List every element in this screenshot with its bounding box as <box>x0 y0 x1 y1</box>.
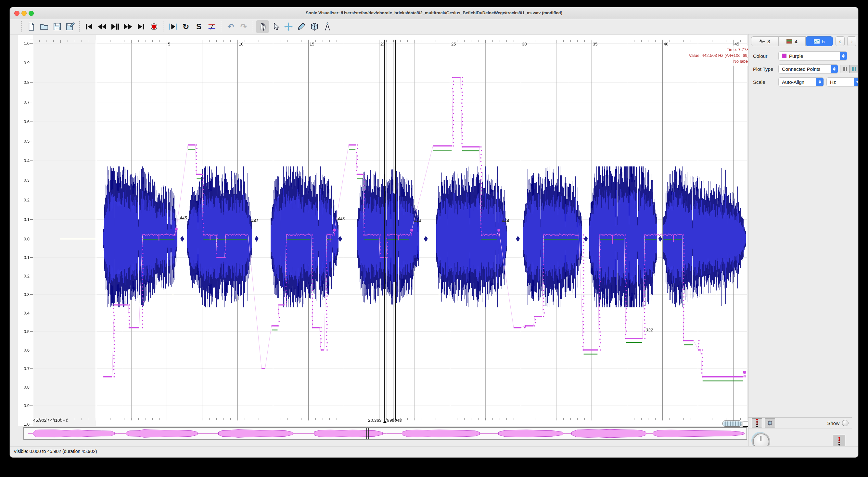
stepper-icon <box>831 65 838 73</box>
fast-forward-button[interactable] <box>122 20 134 33</box>
erase-tool-button[interactable] <box>308 20 321 33</box>
show-toggle[interactable] <box>842 420 848 426</box>
segment-division-button[interactable] <box>840 65 849 73</box>
level-dots-icon <box>756 419 758 427</box>
save-as-icon <box>66 22 75 31</box>
overview-panner-canvas[interactable] <box>23 427 747 440</box>
pane-tab-4[interactable]: 4 <box>778 36 806 46</box>
scale-row: Scale Auto-Align Hz <box>753 77 858 86</box>
unit-select[interactable]: Hz <box>827 77 858 86</box>
playback-settings-button[interactable] <box>765 418 775 428</box>
pencil-icon <box>297 22 306 31</box>
zoom-thumbwheel[interactable] <box>722 420 742 427</box>
play-pause-icon <box>111 22 120 31</box>
scale-select[interactable]: Auto-Align <box>778 77 824 86</box>
scale-value: Auto-Align <box>782 79 804 85</box>
solo-button[interactable]: S <box>192 20 205 33</box>
status-text: Visible: 0.000 to 45.902 (duration 45.90… <box>13 449 97 454</box>
next-pane-button[interactable]: › <box>847 36 856 46</box>
playback-level-button[interactable] <box>833 435 845 448</box>
toolbar-separator <box>253 21 253 32</box>
rewind-icon <box>97 22 106 31</box>
play-pause-button[interactable] <box>108 20 122 33</box>
align-icon <box>207 22 216 31</box>
tooltip-label: No label <box>676 59 749 64</box>
playback-time: 20.363 <box>368 418 381 423</box>
colour-value: Purple <box>789 53 803 59</box>
loop-button[interactable]: ↻ <box>179 20 192 33</box>
redo-icon: ↷ <box>240 23 247 31</box>
colour-row: Colour Purple <box>753 51 847 60</box>
level-dots-icon <box>838 437 840 446</box>
tooltip-value: Value: 442.503 Hz (A4+10c, 69) <box>676 53 749 59</box>
duration-samplerate-readout: 45.902 / 44100Hz <box>33 418 68 423</box>
play-selection-button[interactable] <box>166 20 179 33</box>
layer-property-panel: 3 4 5 ‹ › Colour Purple Plot Type <box>748 34 858 446</box>
rewind-start-button[interactable] <box>83 20 95 33</box>
compass-icon <box>323 22 332 31</box>
spectrogram-thumb-icon <box>786 39 792 43</box>
playback-controls-box: Show <box>748 417 852 429</box>
loop-icon: ↻ <box>183 23 189 31</box>
colour-select[interactable]: Purple <box>778 51 847 60</box>
save-as-button[interactable] <box>64 20 77 33</box>
tooltip-time: Time: 7.778 <box>676 47 749 53</box>
toolbar-separator <box>79 21 80 32</box>
rewind-start-icon <box>85 22 94 31</box>
redo-button[interactable]: ↷ <box>237 20 250 33</box>
toolbar: ↻ S ↶ ↷ <box>10 19 858 34</box>
previous-pane-button[interactable]: ‹ <box>836 36 845 46</box>
colour-swatch-icon <box>782 54 786 58</box>
colour-label: Colour <box>753 53 778 59</box>
window-title: Sonic Visualiser: /Users/stefan/dev/chor… <box>10 7 858 19</box>
show-label: Show <box>827 420 839 426</box>
save-button[interactable] <box>51 20 64 33</box>
rewind-button[interactable] <box>95 20 108 33</box>
main-view-canvas[interactable] <box>18 35 747 426</box>
pane-tab-label: 3 <box>767 39 770 44</box>
pane-tab-label: 5 <box>822 39 825 44</box>
playback-position-readout: 20.363898048 <box>344 418 426 423</box>
hover-tooltip: Time: 7.778 Value: 442.503 Hz (A4+10c, 6… <box>674 46 751 66</box>
fast-forward-end-icon <box>136 22 146 31</box>
fast-forward-icon <box>123 22 132 31</box>
level-meter-button[interactable] <box>752 418 762 428</box>
pane-tab-3[interactable]: 3 <box>751 36 778 46</box>
segment-division-active-button[interactable] <box>849 65 858 73</box>
status-bar: Visible: 0.000 to 45.902 (duration 45.90… <box>10 446 858 457</box>
waveform-thumb-icon <box>759 39 765 43</box>
gear-icon <box>767 420 773 426</box>
pane-tab-bar: 3 4 5 ‹ › <box>751 36 856 46</box>
solo-icon: S <box>196 23 202 31</box>
measure-tool-button[interactable] <box>321 20 334 33</box>
hand-icon <box>258 22 267 31</box>
undo-button[interactable]: ↶ <box>224 20 237 33</box>
open-button[interactable] <box>38 20 51 33</box>
app-window: Sonic Visualiser: /Users/stefan/dev/chor… <box>10 7 858 457</box>
align-button[interactable] <box>205 20 218 33</box>
new-session-button[interactable] <box>25 20 38 33</box>
navigate-tool-button[interactable] <box>256 20 269 33</box>
stepper-icon <box>840 52 847 60</box>
unit-value: Hz <box>830 79 836 85</box>
fast-forward-end-button[interactable] <box>134 20 148 33</box>
play-selection-icon <box>168 22 177 31</box>
plot-type-row: Plot Type Connected Points δ <box>753 64 858 73</box>
playback-frame: 898048 <box>387 418 402 423</box>
title-bar: Sonic Visualiser: /Users/stefan/dev/chor… <box>10 7 858 19</box>
edit-tool-button[interactable] <box>282 20 295 33</box>
open-folder-icon <box>40 22 49 31</box>
cursor-arrow-icon <box>271 22 280 31</box>
toolbar-separator <box>221 21 221 32</box>
plot-type-value: Connected Points <box>782 66 820 72</box>
plot-type-select[interactable]: Connected Points <box>778 64 838 73</box>
line-chart-thumb-icon <box>814 39 819 43</box>
move-cross-icon <box>284 22 293 31</box>
draw-tool-button[interactable] <box>295 20 308 33</box>
chevron-down-icon <box>854 78 858 86</box>
select-tool-button[interactable] <box>269 20 282 33</box>
cube-icon <box>310 22 319 31</box>
record-button[interactable] <box>148 20 160 33</box>
stepper-icon <box>816 78 824 86</box>
pane-tab-5-selected[interactable]: 5 <box>806 36 833 46</box>
